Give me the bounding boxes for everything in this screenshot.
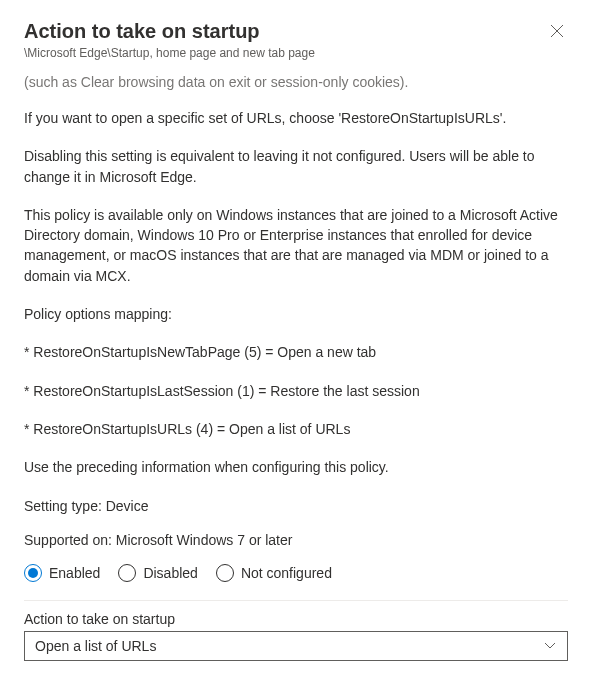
- description-p3: This policy is available only on Windows…: [24, 205, 568, 286]
- radio-not-configured-label: Not configured: [241, 565, 332, 581]
- mapping-opt1: * RestoreOnStartupIsNewTabPage (5) = Ope…: [24, 342, 568, 362]
- mapping-opt2: * RestoreOnStartupIsLastSession (1) = Re…: [24, 381, 568, 401]
- radio-not-configured[interactable]: Not configured: [216, 564, 332, 582]
- truncated-prev-text: (such as Clear browsing data on exit or …: [24, 74, 568, 90]
- description-p2: Disabling this setting is equivalent to …: [24, 146, 568, 187]
- setting-type: Setting type: Device: [24, 496, 568, 516]
- settings-panel: Action to take on startup \Microsoft Edg…: [0, 0, 592, 687]
- radio-circle-icon: [24, 564, 42, 582]
- description-p4: Policy options mapping:: [24, 304, 568, 324]
- action-dropdown[interactable]: Open a list of URLs: [24, 631, 568, 661]
- close-icon: [550, 24, 564, 38]
- description-p1: If you want to open a specific set of UR…: [24, 108, 568, 128]
- dropdown-wrap: Open a list of URLs: [24, 631, 568, 661]
- page-title: Action to take on startup: [24, 20, 260, 43]
- radio-enabled-label: Enabled: [49, 565, 100, 581]
- panel-content: (such as Clear browsing data on exit or …: [24, 74, 568, 671]
- radio-disabled-label: Disabled: [143, 565, 197, 581]
- radio-disabled[interactable]: Disabled: [118, 564, 197, 582]
- mapping-opt3: * RestoreOnStartupIsURLs (4) = Open a li…: [24, 419, 568, 439]
- state-radio-group: Enabled Disabled Not configured: [24, 564, 568, 582]
- breadcrumb: \Microsoft Edge\Startup, home page and n…: [24, 46, 568, 60]
- radio-enabled[interactable]: Enabled: [24, 564, 100, 582]
- supported-on: Supported on: Microsoft Windows 7 or lat…: [24, 530, 568, 550]
- close-button[interactable]: [546, 20, 568, 44]
- dropdown-label: Action to take on startup: [24, 611, 568, 627]
- radio-circle-icon: [216, 564, 234, 582]
- description-p5: Use the preceding information when confi…: [24, 457, 568, 477]
- panel-header: Action to take on startup: [24, 20, 568, 44]
- radio-circle-icon: [118, 564, 136, 582]
- divider: [24, 600, 568, 601]
- dropdown-value: Open a list of URLs: [35, 638, 156, 654]
